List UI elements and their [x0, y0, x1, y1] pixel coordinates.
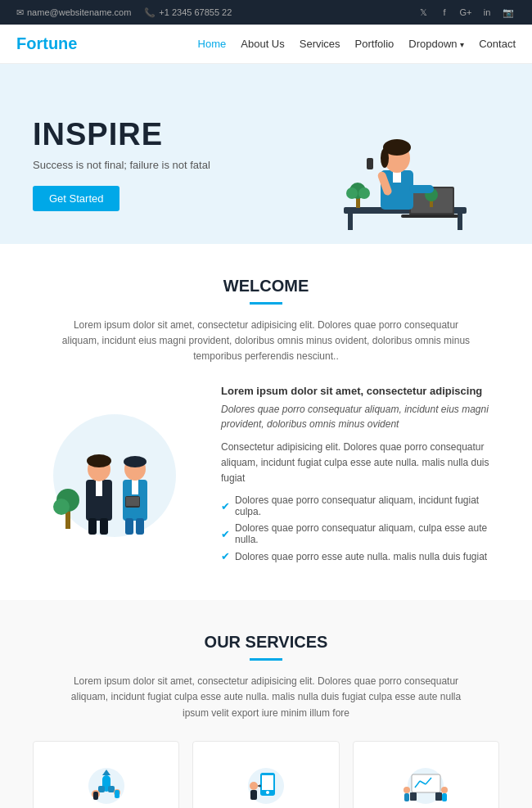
svg-point-31	[124, 456, 147, 467]
phone-info: 📞 +1 2345 67855 22	[144, 7, 232, 18]
svg-rect-18	[367, 158, 373, 169]
services-divider	[250, 658, 282, 661]
top-bar: ✉ name@websitename.com 📞 +1 2345 67855 2…	[0, 0, 532, 25]
svg-rect-5	[401, 214, 458, 218]
dropdown-arrow: ▾	[460, 40, 464, 49]
welcome-image	[33, 385, 196, 568]
svg-rect-19	[409, 185, 434, 193]
welcome-box-italic: Dolores quae porro consequatur aliquam, …	[221, 402, 499, 431]
svg-point-64	[441, 787, 448, 793]
svg-point-8	[346, 187, 358, 199]
svg-rect-46	[115, 790, 119, 798]
hero-section: INSPIRE Success is not final; failure is…	[0, 64, 532, 244]
svg-rect-36	[125, 518, 133, 535]
svg-point-50	[266, 791, 269, 794]
svg-rect-34	[88, 518, 97, 535]
header: Fortune Home About Us Services Portfolio…	[0, 25, 532, 64]
welcome-text-block: Lorem ipsum dolor sit amet, consectetur …	[221, 385, 499, 568]
social-links[interactable]: 𝕏 f G+ in 📷	[416, 5, 516, 20]
checklist-item-2: ✔ Dolores quae porro consequatur aliquam…	[221, 522, 499, 545]
check-icon-3: ✔	[221, 550, 230, 562]
phone-icon: 📞	[144, 7, 156, 18]
nav-services[interactable]: Services	[300, 38, 340, 50]
services-description: Lorem ipsum dolor sit amet, consectetur …	[61, 674, 471, 721]
welcome-illustration	[41, 402, 188, 549]
facebook-link[interactable]: f	[437, 5, 452, 20]
welcome-box-title: Lorem ipsum dolor sit amet, consectetur …	[221, 385, 499, 397]
svg-rect-33	[126, 497, 139, 506]
check-icon-1: ✔	[221, 500, 230, 512]
welcome-box-para: Consectetur adipisicing elit. Dolores qu…	[221, 440, 499, 487]
googleplus-link[interactable]: G+	[458, 5, 473, 20]
service-card-consulting: Consulting Lorem ipsum dolor sit amet, c…	[192, 741, 339, 808]
svg-rect-52	[250, 790, 257, 800]
services-title: OUR SERVICES	[33, 633, 499, 652]
hero-image	[270, 113, 499, 244]
services-section: OUR SERVICES Lorem ipsum dolor sit amet,…	[0, 600, 532, 808]
checklist-item-3: ✔ Dolores quae porro esse aute nulla. ma…	[221, 550, 499, 562]
svg-rect-49	[262, 775, 273, 790]
linkedin-link[interactable]: in	[480, 5, 494, 20]
services-grid: Marketing Lorem ipsum dolor sit amet, co…	[33, 741, 499, 808]
consulting-icon	[233, 761, 299, 808]
nav-portfolio[interactable]: Portfolio	[355, 38, 394, 50]
svg-rect-60	[410, 792, 417, 801]
svg-rect-44	[93, 792, 98, 800]
svg-rect-61	[435, 792, 442, 801]
nav-about[interactable]: About Us	[241, 38, 284, 50]
logo-f: F	[16, 34, 26, 52]
svg-rect-42	[108, 786, 115, 792]
svg-point-20	[53, 414, 176, 537]
welcome-checklist: ✔ Dolores quae porro consequatur aliquam…	[221, 494, 499, 562]
welcome-content: Lorem ipsum dolor sit amet, consectetur …	[33, 385, 499, 568]
svg-point-9	[358, 187, 370, 199]
welcome-title: WELCOME	[33, 277, 499, 296]
svg-point-23	[53, 499, 70, 515]
nav-dropdown[interactable]: Dropdown ▾	[408, 38, 464, 50]
svg-point-62	[404, 787, 410, 793]
email-icon: ✉	[16, 7, 24, 18]
marketing-icon	[74, 761, 139, 808]
svg-rect-63	[404, 793, 409, 801]
hero-text: INSPIRE Success is not final; failure is…	[33, 117, 270, 244]
checklist-item-1: ✔ Dolores quae porro consequatur aliquam…	[221, 494, 499, 517]
top-bar-contact: ✉ name@websitename.com 📞 +1 2345 67855 2…	[16, 7, 232, 18]
svg-point-16	[381, 148, 389, 168]
hero-title: INSPIRE	[33, 117, 270, 152]
email-info: ✉ name@websitename.com	[16, 7, 131, 18]
welcome-description: Lorem ipsum dolor sit amet, consectetur …	[61, 318, 471, 365]
svg-rect-41	[98, 786, 105, 792]
hero-cta-button[interactable]: Get Started	[33, 186, 119, 211]
twitter-link[interactable]: 𝕏	[416, 5, 431, 20]
nav-contact[interactable]: Contact	[479, 38, 516, 50]
svg-point-27	[87, 454, 111, 467]
strategy-icon	[393, 761, 458, 808]
svg-rect-37	[136, 518, 144, 535]
service-card-marketing: Marketing Lorem ipsum dolor sit amet, co…	[33, 741, 179, 808]
svg-rect-29	[132, 480, 138, 494]
svg-rect-1	[348, 214, 353, 230]
svg-rect-25	[96, 480, 102, 496]
main-nav: Home About Us Services Portfolio Dropdow…	[198, 38, 516, 50]
nav-home[interactable]: Home	[198, 38, 227, 50]
welcome-section: WELCOME Lorem ipsum dolor sit amet, cons…	[0, 244, 532, 600]
svg-rect-65	[442, 793, 447, 801]
instagram-link[interactable]: 📷	[501, 5, 516, 20]
check-icon-2: ✔	[221, 528, 230, 540]
hero-illustration	[295, 113, 475, 244]
service-card-strategy: Strategy Lorem ipsum dolor sit amet, con…	[353, 741, 499, 808]
svg-point-51	[250, 782, 258, 790]
svg-rect-35	[100, 518, 108, 535]
hero-subtitle: Success is not final; failure is not fat…	[33, 159, 270, 171]
welcome-divider	[250, 302, 282, 305]
logo: Fortune	[16, 34, 77, 53]
